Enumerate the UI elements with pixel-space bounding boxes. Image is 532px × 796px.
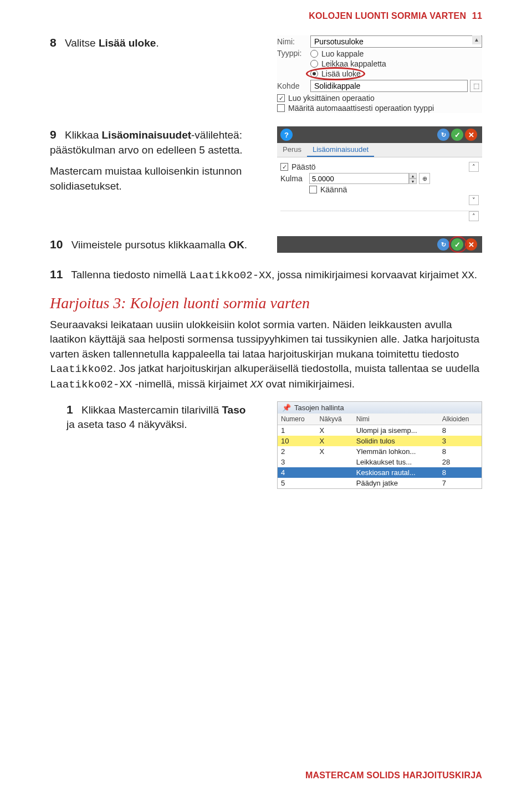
- apply-icon[interactable]: ↻: [437, 129, 449, 141]
- table-cell: 8: [439, 467, 482, 478]
- panel-toolbar-ok: ↻ ✓ ✕: [277, 236, 482, 253]
- checkbox-icon[interactable]: [309, 186, 317, 193]
- table-cell: 28: [439, 457, 482, 467]
- checkbox-label: Päästö: [291, 162, 316, 171]
- panel-lisaominaisuudet: ? ↻ ✓ ✕ Perus Lisäominaisuudet Päästö ˄: [277, 126, 482, 223]
- checkbox-label: Määritä automaaattisesti operaation tyyp…: [288, 104, 434, 113]
- step-number: 10: [50, 236, 63, 252]
- checkbox-icon[interactable]: [277, 104, 285, 112]
- page-header: KOLOJEN LUONTI SORMIA VARTEN 11: [50, 11, 482, 21]
- label-tyyppi: Tyyppi:: [277, 49, 310, 58]
- spin-down-icon[interactable]: ▼: [409, 178, 417, 184]
- step-text: .: [474, 269, 477, 280]
- col-header[interactable]: Näkyvä: [316, 414, 353, 425]
- step-text: ja aseta taso 4 näkyväksi.: [66, 419, 187, 430]
- tab-lisaominaisuudet[interactable]: Lisäominaisuudet: [307, 143, 374, 157]
- col-header[interactable]: Alkioiden: [439, 414, 482, 425]
- tab-perus[interactable]: Perus: [277, 143, 307, 157]
- cancel-icon[interactable]: ✕: [465, 129, 477, 141]
- body-code: Laatikko02-XX: [50, 379, 132, 391]
- collapse-icon[interactable]: ˄: [469, 162, 479, 172]
- table-cell: Keskiosan rautal...: [353, 467, 439, 478]
- picker-icon[interactable]: ⬚: [470, 80, 482, 92]
- checkbox-icon[interactable]: [277, 94, 285, 102]
- expand-icon[interactable]: ˅: [469, 195, 479, 205]
- label-kulma: Kulma: [280, 174, 309, 183]
- radio-label: Luo kappale: [321, 49, 364, 58]
- table-row[interactable]: 2XYlemmän lohkon...8: [278, 446, 482, 457]
- step-text: Mastercam muistaa kulloisenkin istunnon …: [50, 165, 242, 192]
- radio-icon[interactable]: [310, 50, 318, 58]
- header-title: KOLOJEN LUONTI SORMIA VARTEN: [309, 11, 466, 21]
- section-title: Harjoitus 3: Kolojen luonti sormia varte…: [50, 294, 482, 312]
- radio-icon[interactable]: [310, 60, 318, 68]
- table-cell: Ulompi ja sisemp...: [353, 425, 439, 436]
- table-cell: 2: [278, 446, 316, 457]
- body-text: ovat nimikirjaimesi.: [263, 378, 355, 390]
- table-cell: 4: [278, 467, 316, 478]
- panel-pursotusuloke: ▲ Nimi: Tyyppi: Luo kappale Leikkaa kapp…: [277, 35, 482, 113]
- table-row[interactable]: 3Leikkaukset tus...28: [278, 457, 482, 467]
- step-text-code: Laatikko02-XX: [190, 269, 272, 282]
- checkbox-icon[interactable]: [280, 163, 288, 171]
- table-cell: X: [316, 436, 353, 446]
- apply-icon[interactable]: ↻: [437, 238, 449, 251]
- step-number: 11: [50, 266, 63, 282]
- col-header[interactable]: Nimi: [353, 414, 439, 425]
- ok-icon[interactable]: ✓: [451, 129, 463, 141]
- step-8-text: 8 Valitse Lisää uloke.: [50, 34, 255, 51]
- table-cell: 8: [439, 446, 482, 457]
- step-text-bold: Lisää uloke: [99, 37, 156, 49]
- step-text: Tallenna tiedosto nimellä: [71, 269, 189, 280]
- panel-tasojen-hallinta: 📌 Tasojen hallinta Numero Näkyvä Nimi Al…: [277, 401, 482, 489]
- col-header[interactable]: Numero: [278, 414, 316, 425]
- table-cell: Ylemmän lohkon...: [353, 446, 439, 457]
- ok-icon[interactable]: ✓: [451, 238, 463, 251]
- table-cell: 7: [439, 478, 482, 488]
- scroll-up-icon[interactable]: ▲: [472, 35, 481, 44]
- table-cell: 5: [278, 478, 316, 488]
- radio-icon[interactable]: [310, 70, 318, 78]
- table-row[interactable]: 1XUlompi ja sisemp...8: [278, 425, 482, 436]
- page-footer: MASTERCAM SOLIDS HARJOITUSKIRJA: [305, 771, 482, 780]
- label-kohde: Kohde: [277, 81, 310, 90]
- table-cell: 8: [439, 425, 482, 436]
- step-text: .: [244, 239, 247, 251]
- table-row[interactable]: 5Päädyn jatke7: [278, 478, 482, 488]
- kulma-input[interactable]: [309, 173, 409, 184]
- step-text-code: XX: [462, 269, 474, 282]
- pin-icon[interactable]: 📌: [282, 404, 291, 412]
- step-number: 8: [50, 34, 57, 50]
- step-text: Klikkaa: [65, 129, 102, 141]
- panel-tabs: Perus Lisäominaisuudet: [277, 143, 482, 157]
- table-row[interactable]: 4Keskiosan rautal...8: [278, 467, 482, 478]
- header-page-number: 11: [472, 11, 482, 21]
- expand-icon[interactable]: ˄: [469, 211, 479, 221]
- table-cell: 3: [278, 457, 316, 467]
- step-text-bold: OK: [228, 239, 244, 251]
- panel-title-text: Tasojen hallinta: [294, 404, 344, 412]
- table-cell: [316, 457, 353, 467]
- kohde-input[interactable]: [310, 80, 468, 92]
- step-text: .: [156, 37, 158, 49]
- step-number: 9: [50, 126, 57, 142]
- table-row[interactable]: 10XSolidin tulos3: [278, 436, 482, 446]
- layers-table: Numero Näkyvä Nimi Alkioiden 1XUlompi ja…: [278, 414, 482, 488]
- step-text-bold: Lisäominaisuudet: [102, 129, 192, 141]
- table-cell: 3: [439, 436, 482, 446]
- table-cell: Päädyn jatke: [353, 478, 439, 488]
- step-number: 1: [66, 401, 73, 417]
- label-nimi: Nimi:: [277, 37, 310, 46]
- radio-label: Lisää uloke: [321, 69, 361, 78]
- section-body: Seuraavaksi leikataan uusiin ulokkeisiin…: [50, 318, 482, 392]
- table-cell: [316, 467, 353, 478]
- step-text: , jossa nimikirjaimesi korvaavat kirjaim…: [272, 269, 462, 280]
- body-text: -nimellä, missä kirjaimet: [132, 378, 250, 390]
- table-cell: X: [316, 446, 353, 457]
- lock-icon[interactable]: ⊕: [419, 173, 430, 184]
- nimi-input[interactable]: [310, 35, 482, 48]
- cancel-icon[interactable]: ✕: [465, 238, 477, 251]
- spin-up-icon[interactable]: ▲: [409, 173, 417, 178]
- help-icon[interactable]: ?: [280, 129, 293, 141]
- step-11-text: 11 Tallenna tiedosto nimellä Laatikko02-…: [50, 266, 482, 283]
